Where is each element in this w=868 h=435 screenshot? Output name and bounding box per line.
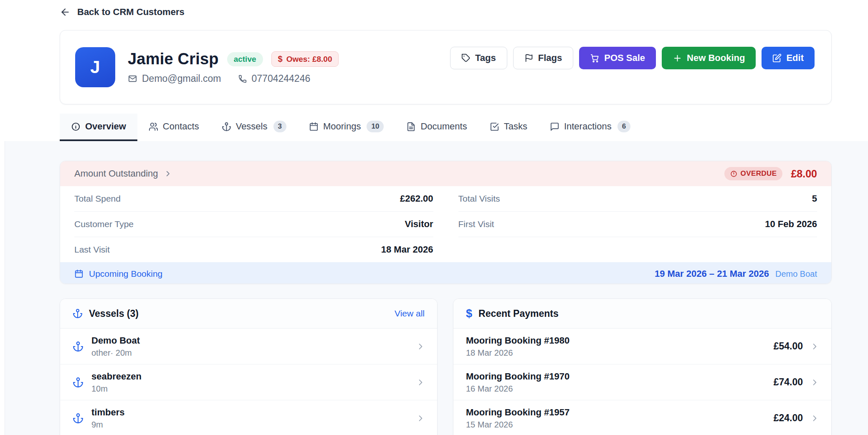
anchor-icon: [73, 309, 83, 319]
chevron-right-icon: [164, 170, 172, 177]
cart-icon: [590, 53, 600, 63]
payment-amount: £24.00: [774, 412, 803, 424]
calendar-icon: [74, 269, 84, 278]
tab-label: Contacts: [163, 121, 199, 132]
tab-overview[interactable]: Overview: [60, 114, 137, 141]
payment-date: 18 Mar 2026: [466, 348, 569, 358]
tab-tasks[interactable]: Tasks: [478, 114, 539, 141]
anchor-icon: [222, 122, 231, 132]
tab-interactions[interactable]: Interactions 6: [539, 114, 642, 141]
pos-sale-label: POS Sale: [604, 53, 645, 63]
payment-row[interactable]: Mooring Booking #1980 18 Mar 2026 £54.00: [453, 329, 831, 364]
flags-button[interactable]: Flags: [513, 47, 573, 69]
back-link[interactable]: Back to CRM Customers: [60, 7, 185, 18]
stat-value: 10 Feb 2026: [765, 219, 817, 230]
chevron-right-icon: [810, 414, 819, 422]
vessel-row[interactable]: Demo Boat other· 20m: [60, 329, 437, 364]
customer-info: Jamie Crisp active $ Owes: £8.00 Demo@gm…: [128, 50, 339, 84]
tab-contacts[interactable]: Contacts: [137, 114, 210, 141]
calendar-icon: [309, 122, 319, 132]
tab-count-badge: 6: [617, 121, 630, 132]
edit-button[interactable]: Edit: [762, 47, 815, 69]
stat-value: Visitor: [405, 219, 433, 230]
tab-label: Vessels: [236, 121, 268, 132]
tab-label: Tasks: [504, 121, 527, 132]
payment-row[interactable]: Mooring Booking #1957 15 Mar 2026 £24.00: [453, 400, 831, 435]
stat-label: Last Visit: [74, 245, 110, 255]
stat-label: Total Visits: [458, 194, 500, 204]
stat-value: £262.00: [400, 193, 433, 204]
arrow-left-icon: [60, 7, 71, 18]
avatar: J: [75, 47, 115, 87]
amount-outstanding-header[interactable]: Amount Outstanding OVERDUE £8.00: [60, 161, 831, 186]
customer-email[interactable]: Demo@gmail.com: [128, 73, 221, 84]
vessel-name: Demo Boat: [91, 335, 140, 346]
payment-amount: £74.00: [774, 377, 803, 388]
overdue-label: OVERDUE: [741, 169, 777, 178]
flag-icon: [524, 53, 534, 63]
stat-value: 18 Mar 2026: [381, 244, 433, 255]
chevron-right-icon: [416, 342, 425, 351]
email-text: Demo@gmail.com: [142, 73, 221, 84]
tab-documents[interactable]: Documents: [395, 114, 478, 141]
pos-sale-button[interactable]: POS Sale: [579, 47, 656, 69]
tab-label: Interactions: [564, 121, 612, 132]
upcoming-booking-dates: 19 Mar 2026 – 21 Mar 2026: [655, 268, 769, 279]
edit-icon: [772, 53, 782, 63]
tab-label: Documents: [420, 121, 467, 132]
vessels-title: Vessels (3): [89, 308, 139, 319]
back-link-label: Back to CRM Customers: [77, 7, 185, 18]
view-all-link[interactable]: View all: [395, 309, 425, 319]
upcoming-booking-label: Upcoming Booking: [89, 269, 162, 279]
owes-badge[interactable]: $ Owes: £8.00: [271, 51, 339, 67]
vessel-meta: other· 20m: [91, 348, 140, 358]
status-badge: active: [227, 52, 263, 66]
tab-count-badge: 10: [367, 121, 384, 132]
tab-label: Moorings: [323, 121, 361, 132]
payment-name: Mooring Booking #1970: [466, 371, 569, 382]
flags-label: Flags: [538, 53, 562, 63]
stat-label: First Visit: [458, 219, 494, 229]
overview-summary-card: Amount Outstanding OVERDUE £8.00 Total S…: [60, 161, 832, 284]
payment-amount: £54.00: [774, 341, 803, 352]
vessel-row[interactable]: timbers 9m: [60, 400, 437, 435]
customer-header-card: J Jamie Crisp active $ Owes: £8.00 Demo@…: [60, 30, 832, 104]
mail-icon: [128, 74, 137, 83]
users-icon: [149, 122, 158, 132]
tab-count-badge: 3: [273, 121, 286, 132]
tags-button[interactable]: Tags: [450, 47, 507, 69]
amount-outstanding-label: Amount Outstanding: [74, 168, 158, 179]
vessel-name: seabreezen: [91, 371, 142, 382]
chevron-right-icon: [416, 378, 425, 387]
check-square-icon: [490, 122, 499, 132]
payment-row[interactable]: Mooring Booking #1970 16 Mar 2026 £74.00: [453, 364, 831, 400]
upcoming-booking-row[interactable]: Upcoming Booking 19 Mar 2026 – 21 Mar 20…: [60, 262, 831, 284]
stats-grid: Total Spend £262.00 Customer Type Visito…: [60, 186, 831, 262]
recent-payments-card: $ Recent Payments Mooring Booking #1980 …: [453, 298, 832, 435]
vessels-card-header: Vessels (3) View all: [60, 299, 437, 329]
anchor-icon: [73, 377, 84, 388]
action-buttons: Tags Flags POS Sale New Booking Edit: [450, 47, 815, 69]
tab-moorings[interactable]: Moorings 10: [298, 114, 395, 141]
new-booking-button[interactable]: New Booking: [662, 47, 756, 69]
edit-label: Edit: [786, 53, 804, 63]
customer-phone[interactable]: 07704244246: [238, 73, 311, 84]
chevron-right-icon: [810, 342, 819, 351]
tags-label: Tags: [475, 53, 496, 63]
chevron-right-icon: [416, 414, 425, 422]
stat-last-visit: Last Visit 18 Mar 2026: [74, 237, 433, 262]
dollar-icon: $: [278, 54, 283, 64]
vessel-meta: 9m: [91, 420, 124, 430]
tab-vessels[interactable]: Vessels 3: [210, 114, 298, 141]
document-icon: [406, 122, 416, 132]
stat-value: 5: [812, 193, 817, 204]
phone-text: 07704244246: [252, 73, 311, 84]
vessel-row[interactable]: seabreezen 10m: [60, 364, 437, 400]
stat-total-spend: Total Spend £262.00: [74, 186, 433, 212]
owes-label: Owes: £8.00: [286, 55, 332, 64]
alert-circle-icon: [730, 170, 737, 177]
vessels-list: Demo Boat other· 20m seabreezen 10m: [60, 329, 437, 435]
payment-name: Mooring Booking #1957: [466, 407, 569, 418]
chevron-right-icon: [810, 378, 819, 387]
new-booking-label: New Booking: [687, 53, 745, 63]
